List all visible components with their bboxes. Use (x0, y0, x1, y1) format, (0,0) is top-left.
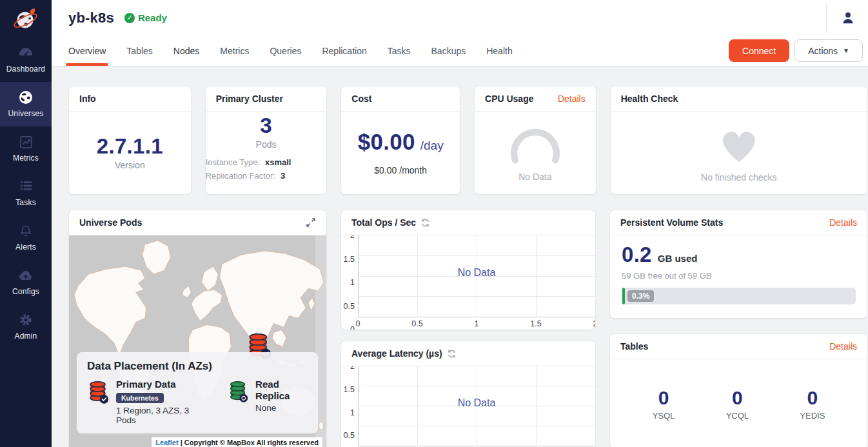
gauge-arc-icon (504, 124, 566, 167)
primary-data-group: Primary Data Kubernetes 1 Region, 3 AZS,… (87, 379, 199, 425)
gear-icon (19, 312, 33, 328)
tab-nodes[interactable]: Nodes (173, 35, 199, 66)
sidebar-item-label: Configs (12, 287, 39, 296)
card-title: Health Check (621, 94, 678, 104)
tab-replication[interactable]: Replication (322, 35, 366, 66)
persistent-volume-card: Persistent Volume Stats Details 0.2 GB u… (609, 210, 868, 319)
y-tick-label: 1 (350, 408, 355, 418)
health-empty-label: No finished checks (701, 172, 777, 183)
ysql-counter: 0 YSQL (653, 387, 675, 421)
pods-label: Pods (256, 139, 277, 150)
plot-area: 00.511.52No Data (358, 235, 595, 317)
sidebar-item-label: Universes (8, 109, 43, 118)
sidebar-item-metrics[interactable]: Metrics (0, 126, 52, 171)
tab-tables[interactable]: Tables (126, 35, 152, 66)
card-title: Average Latency (µs) (351, 348, 442, 359)
counter-label: YEDIS (800, 411, 825, 421)
sidebar-item-admin[interactable]: Admin (0, 304, 52, 349)
counter-label: YSQL (653, 411, 675, 421)
y-tick-label: 2 (350, 366, 355, 372)
attribution-text: | Copyright © MapBox All rights reserved (181, 439, 319, 446)
x-tick-label: 2 (593, 319, 595, 328)
plot-area: 00.511.52No Data (358, 366, 595, 446)
usage-progress-fill (622, 288, 625, 304)
y-tick-label: 0.5 (344, 431, 355, 441)
cpu-no-data-label: No Data (518, 172, 551, 182)
tab-health[interactable]: Health (486, 35, 512, 66)
expand-icon[interactable] (306, 217, 316, 228)
gb-used-value: 0.2 (622, 244, 652, 266)
sidebar-item-dashboard[interactable]: Dashboard (0, 37, 52, 82)
top-bar: yb-k8s ✓ Ready Overview Tables Nodes Met… (52, 0, 868, 66)
cost-per-day-unit: /day (420, 139, 444, 153)
tab-overview[interactable]: Overview (68, 35, 106, 66)
pvs-details-link[interactable]: Details (829, 217, 857, 228)
actions-dropdown-button[interactable]: Actions ▼ (794, 39, 863, 62)
world-map[interactable]: Data Placement (In AZs) (69, 235, 326, 447)
gb-used-unit: GB used (658, 253, 698, 264)
version-label: Version (115, 160, 145, 170)
refresh-icon[interactable] (447, 349, 457, 359)
sidebar-item-universes[interactable]: Universes (0, 82, 52, 126)
tables-details-link[interactable]: Details (829, 341, 857, 352)
x-tick-label: 1 (475, 319, 479, 328)
kubernetes-badge: Kubernetes (116, 393, 164, 403)
user-profile-icon[interactable] (841, 11, 855, 25)
data-placement-panel: Data Placement (In AZs) (77, 352, 318, 433)
row-label: Replication Factor: (206, 169, 275, 183)
universe-pods-card: Universe Pods (68, 210, 327, 447)
card-title: Persistent Volume Stats (620, 217, 723, 228)
sidebar: Dashboard Universes Metrics Tasks Alerts… (0, 0, 52, 447)
card-title: Primary Cluster (216, 94, 283, 104)
leaflet-link[interactable]: Leaflet (155, 439, 178, 446)
yugabyte-logo-icon[interactable] (0, 0, 52, 37)
overview-content: Info 2.7.1.1 Version Primary Cluster 3 P… (52, 66, 868, 447)
total-ops-chart: 00.511.52 00.511.52No Data (341, 235, 595, 330)
connect-button[interactable]: Connect (729, 39, 789, 62)
ycql-counter: 0 YCQL (726, 387, 749, 421)
refresh-icon[interactable] (420, 218, 430, 228)
sidebar-item-label: Metrics (13, 154, 39, 163)
cpu-details-link[interactable]: Details (558, 94, 586, 104)
sidebar-item-label: Admin (14, 332, 37, 341)
total-ops-card: Total Ops / Sec 00.511.52 00.511.52No Da… (340, 210, 596, 330)
x-tick-label: 0 (356, 319, 360, 328)
usage-progress-bar: 0.3% (622, 288, 856, 304)
tables-card: Tables Details 0 YSQL 0 YCQL 0 (609, 333, 868, 447)
version-value: 2.7.1.1 (97, 135, 163, 158)
sidebar-item-alerts[interactable]: Alerts (0, 215, 52, 260)
universe-title: yb-k8s (68, 10, 114, 26)
cpu-usage-card: CPU Usage Details No Data (474, 86, 597, 195)
card-title: Universe Pods (79, 217, 142, 228)
counter-value: 0 (658, 387, 669, 409)
y-tick-label: 1.5 (344, 385, 355, 395)
tab-tasks[interactable]: Tasks (388, 35, 411, 66)
x-tick-label: 0.5 (411, 319, 422, 328)
average-latency-card: Average Latency (µs) 00.511.52 00.511.52… (340, 341, 596, 447)
card-title: Total Ops / Sec (351, 217, 416, 228)
bell-icon (19, 223, 33, 239)
read-replica-label: Read Replica (255, 379, 308, 402)
y-axis: 00.511.52 (341, 366, 358, 447)
sidebar-item-configs[interactable]: Configs (0, 260, 52, 304)
dashboard-gauge-icon (18, 45, 34, 61)
tab-metrics[interactable]: Metrics (220, 35, 249, 66)
sidebar-item-tasks[interactable]: Tasks (0, 171, 52, 215)
counter-label: YCQL (726, 411, 749, 421)
card-title: Cost (351, 94, 371, 104)
free-space-text: 59 GB free out of 59 GB (622, 271, 856, 281)
average-latency-chart: 00.511.52 00.511.52No Data (341, 366, 595, 447)
map-attribution: Leaflet | Copyright © MapBox All rights … (152, 437, 322, 447)
read-replica-value: None (255, 403, 308, 413)
tab-backups[interactable]: Backups (431, 35, 466, 66)
tab-queries[interactable]: Queries (270, 35, 301, 66)
row-value: xsmall (265, 155, 291, 169)
metrics-chart-icon (19, 134, 34, 150)
globe-icon (18, 90, 34, 105)
x-tick-label: 1.5 (530, 319, 541, 328)
cost-per-month: $0.00 /month (374, 165, 427, 175)
status-badge: ✓ Ready (124, 12, 167, 23)
cloud-upload-icon (18, 268, 34, 283)
primary-data-summary: 1 Region, 3 AZS, 3 Pods (116, 406, 199, 425)
y-axis: 00.511.52 (341, 235, 358, 330)
